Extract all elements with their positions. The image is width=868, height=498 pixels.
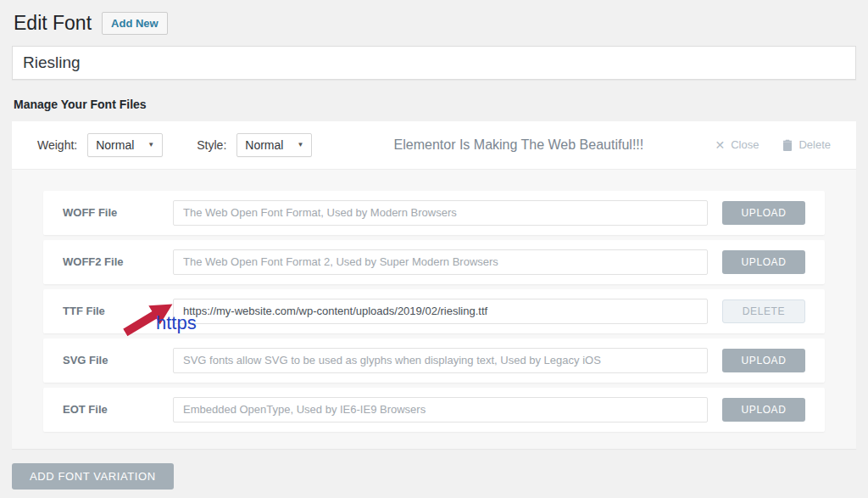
variation-header: Weight: Normal ▼ Style: Normal ▼ Element… — [12, 121, 856, 169]
file-action-button[interactable]: UPLOAD — [722, 398, 805, 422]
chevron-down-icon: ▼ — [147, 141, 154, 148]
style-label: Style: — [197, 138, 226, 152]
trash-icon — [782, 139, 793, 151]
add-new-button[interactable]: Add New — [102, 12, 168, 35]
file-action-button[interactable]: UPLOAD — [722, 250, 805, 274]
file-row: WOFF File UPLOAD — [43, 191, 825, 235]
file-row-label: SVG File — [63, 354, 173, 367]
page-title: Edit Font — [14, 12, 92, 36]
file-url-input[interactable] — [173, 348, 708, 373]
weight-select-value: Normal — [96, 138, 134, 152]
close-variation-button[interactable]: ✕ Close — [715, 138, 759, 152]
file-row: TTF File DELETE — [43, 289, 825, 333]
section-heading: Manage Your Font Files — [14, 98, 856, 111]
delete-label: Delete — [798, 138, 831, 151]
style-field: Style: Normal ▼ — [197, 133, 312, 157]
file-url-input[interactable] — [173, 249, 708, 275]
file-url-input[interactable] — [173, 397, 708, 422]
file-row: SVG File UPLOAD — [43, 339, 825, 383]
file-row: WOFF2 File UPLOAD — [43, 240, 825, 284]
file-row-label: TTF File — [63, 305, 173, 317]
page-header: Edit Font Add New — [14, 12, 856, 36]
font-variation-panel: Weight: Normal ▼ Style: Normal ▼ Element… — [12, 121, 856, 449]
add-font-variation-button[interactable]: ADD FONT VARIATION — [12, 463, 174, 490]
file-row: EOT File UPLOAD — [43, 388, 825, 432]
file-action-button[interactable]: DELETE — [722, 299, 805, 323]
file-rows: WOFF File UPLOAD WOFF2 File UPLOAD TTF F… — [12, 169, 856, 449]
weight-label: Weight: — [37, 138, 77, 152]
font-preview-text: Elementor Is Making The Web Beautiful!!! — [346, 137, 691, 153]
file-row-label: EOT File — [63, 403, 173, 416]
file-row-label: WOFF File — [63, 206, 173, 219]
file-action-button[interactable]: UPLOAD — [722, 349, 805, 372]
delete-variation-button[interactable]: Delete — [782, 138, 831, 151]
chevron-down-icon: ▼ — [297, 141, 303, 148]
close-label: Close — [731, 138, 759, 151]
file-action-button[interactable]: UPLOAD — [722, 201, 805, 225]
file-row-label: WOFF2 File — [63, 255, 173, 268]
weight-select[interactable]: Normal ▼ — [87, 133, 163, 157]
edit-font-page: Edit Font Add New Manage Your Font Files… — [0, 0, 868, 490]
file-url-input[interactable] — [173, 200, 708, 226]
close-icon: ✕ — [715, 138, 725, 152]
style-select[interactable]: Normal ▼ — [236, 133, 312, 157]
style-select-value: Normal — [245, 138, 283, 152]
file-url-input[interactable] — [173, 299, 708, 324]
font-name-input[interactable] — [12, 46, 856, 80]
weight-field: Weight: Normal ▼ — [37, 133, 163, 157]
